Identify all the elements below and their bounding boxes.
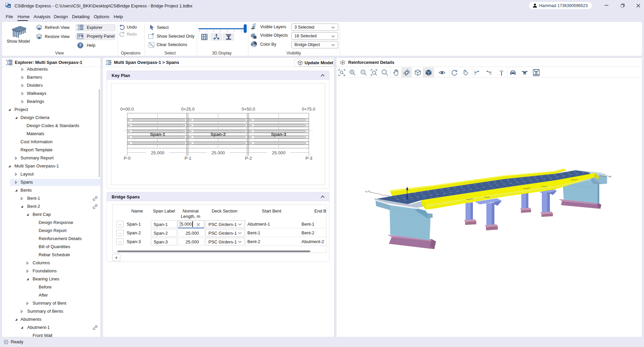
svg-text:0+50.0: 0+50.0 [242,107,255,112]
svg-text:0+00.0: 0+00.0 [120,107,134,112]
svg-text:P-1: P-1 [185,156,191,161]
svg-text:P-3: P-3 [306,156,312,161]
svg-text:Span-1: Span-1 [150,132,165,137]
svg-text:25.000: 25.000 [151,150,164,155]
svg-text:P-0: P-0 [124,156,130,161]
svg-text:P-2: P-2 [245,156,252,161]
svg-text:0+25.0: 0+25.0 [181,107,195,112]
svg-text:0+75.0: 0+75.0 [302,107,315,112]
svg-text:Span-3: Span-3 [271,132,286,137]
svg-text:?: ? [79,43,81,48]
svg-text:Span-2: Span-2 [210,132,226,137]
svg-text:25.000: 25.000 [211,150,225,155]
svg-text:25.000: 25.000 [272,150,285,155]
